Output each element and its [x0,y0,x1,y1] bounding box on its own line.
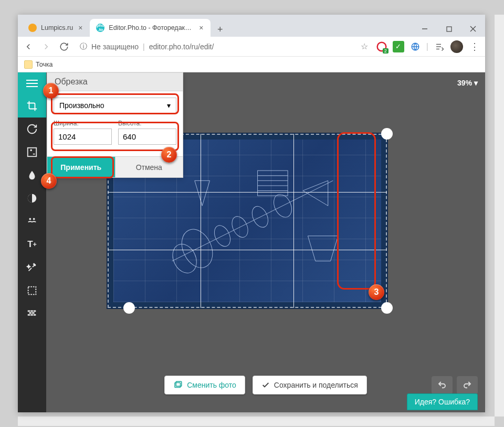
crop-handle-bottom-left[interactable] [123,302,135,314]
close-window-button[interactable] [461,21,485,37]
checkmark-extension-icon[interactable]: ✓ [393,41,404,52]
star-bookmark-icon[interactable]: ☆ [358,40,371,53]
profile-avatar[interactable] [450,40,463,53]
svg-rect-9 [28,148,37,157]
favicon-editor: pho.to [96,24,104,32]
favicon-lumpics [28,24,37,32]
tab-lumpics[interactable]: Lumpics.ru × [22,19,90,37]
svg-rect-18 [30,311,33,312]
crop-panel-title: Обрезка [47,73,183,91]
width-input[interactable] [54,129,112,145]
svg-point-15 [33,218,35,220]
tool-exposure[interactable] [18,141,46,164]
svg-rect-16 [28,287,36,295]
svg-rect-24 [34,314,36,316]
crop-gridline [108,250,387,250]
address-field[interactable]: ⓘ Не защищено | editor.pho.to/ru/edit/ [76,39,353,54]
tool-sharpen[interactable] [18,187,46,210]
apply-button[interactable]: Применить [47,157,115,177]
tool-stickers[interactable] [18,210,46,233]
crop-gridline [108,192,387,193]
chevron-down-icon: ▾ [474,79,478,87]
height-input[interactable] [118,129,176,145]
url-text: editor.pho.to/ru/edit/ [149,42,214,51]
window-controls [413,21,485,37]
bookmark-folder-icon [24,60,33,69]
svg-rect-20 [29,312,32,314]
tab-strip: Lumpics.ru × pho.to Editor.Pho.to - Фото… [18,19,413,37]
info-icon: ⓘ [80,42,87,51]
maximize-button[interactable] [437,21,461,37]
new-tab-button[interactable]: + [213,22,227,37]
save-share-button[interactable]: Сохранить и поделиться [253,376,367,394]
reload-button[interactable] [58,40,70,53]
height-label: Высота: [118,120,176,127]
back-button[interactable] [22,40,35,53]
browser-window: Lumpics.ru × pho.to Editor.Pho.to - Фото… [18,15,485,412]
globe-extension-icon[interactable] [410,41,421,52]
zoom-label: 39% [457,79,472,87]
crop-panel: Обрезка Произвольно ▾ Ширина: Высота: [47,72,183,178]
tool-effects[interactable] [18,256,46,279]
close-tab-icon[interactable]: × [198,24,204,32]
svg-point-14 [29,218,32,220]
annotation-marker: 4 [41,173,57,189]
tab-title: Editor.Pho.to - Фоторедактор он [109,24,194,31]
sidebar: T+ [18,72,46,412]
outer-scrollbar-horizontal[interactable] [18,417,495,426]
crop-mode-select[interactable]: Произвольно ▾ [54,98,176,113]
bookmark-label[interactable]: Точка [36,61,53,68]
undo-button[interactable] [432,376,453,394]
url-bar: ⓘ Не защищено | editor.pho.to/ru/edit/ ☆… [18,37,485,57]
bookmarks-bar: Точка [18,57,485,72]
chevron-down-icon: ▾ [167,101,171,110]
tool-textures[interactable] [18,302,46,325]
menu-toggle-button[interactable] [18,72,46,94]
svg-rect-17 [28,311,30,312]
tool-frames[interactable] [18,279,46,302]
tool-rotate[interactable] [18,118,46,141]
svg-rect-19 [34,311,36,312]
change-photo-label: Сменить фото [187,381,236,389]
close-tab-icon[interactable]: × [77,24,83,32]
save-share-label: Сохранить и поделиться [274,381,358,389]
forward-button[interactable] [40,40,52,53]
adblock-extension-icon[interactable]: 2 [376,41,387,52]
tool-crop[interactable] [18,94,46,118]
svg-rect-1 [447,27,452,31]
url-separator: | [143,42,145,51]
zoom-level[interactable]: 39% ▾ [457,79,478,87]
svg-rect-23 [30,314,33,316]
tab-editor[interactable]: pho.to Editor.Pho.to - Фоторедактор он × [90,19,211,37]
menu-button[interactable]: ⋮ [468,40,481,53]
width-label: Ширина: [54,120,112,127]
crop-gridline [293,134,294,308]
svg-rect-22 [28,314,30,316]
annotation-marker: 3 [369,284,384,300]
app-viewport: T+ 39% ▾ [18,72,485,412]
tab-title: Lumpics.ru [41,24,73,31]
annotation-marker: 1 [43,83,59,99]
insecure-label: Не защищено [91,42,139,51]
annotation-marker: 2 [161,147,177,163]
tool-text[interactable]: T+ [18,233,46,256]
change-photo-button[interactable]: Сменить фото [164,376,245,394]
crop-handle-bottom-right[interactable] [381,302,393,314]
feedback-button[interactable]: Идея? Ошибка? [407,393,478,410]
outer-scrollbar-vertical[interactable] [495,15,504,417]
svg-rect-21 [32,312,35,314]
minimize-button[interactable] [413,21,437,37]
crop-gridline [201,134,201,308]
adblock-badge: 2 [383,48,388,54]
redo-button[interactable] [457,376,478,394]
browser-titlebar: Lumpics.ru × pho.to Editor.Pho.to - Фото… [18,15,485,37]
crop-mode-label: Произвольно [59,101,104,110]
reading-list-icon[interactable] [434,41,445,52]
crop-handle-top-right[interactable] [381,128,393,140]
